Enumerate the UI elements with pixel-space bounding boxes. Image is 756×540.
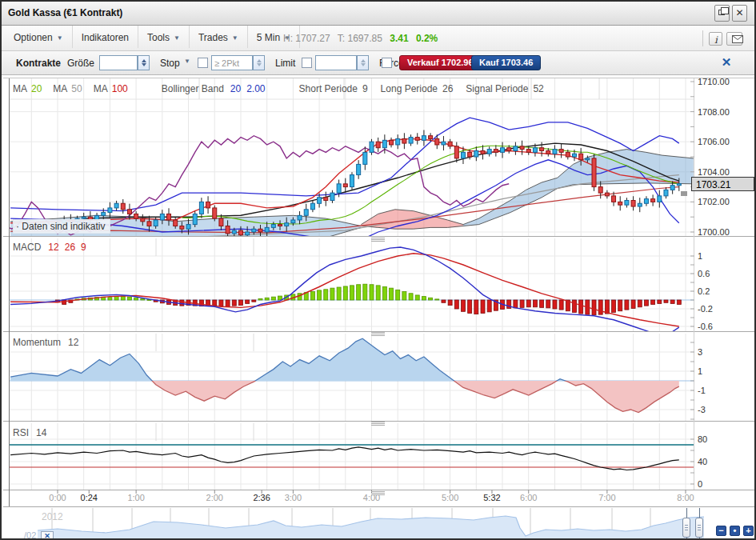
legend-item: 12 xyxy=(68,337,78,348)
svg-text:/02: /02 xyxy=(24,530,36,540)
zoom-reset-button[interactable]: • xyxy=(730,526,740,536)
chevron-down-icon: ▼ xyxy=(57,34,63,42)
mail-icon xyxy=(732,35,743,43)
close-panel-button[interactable]: ✕ xyxy=(719,55,734,70)
svg-text:29/02: 29/02 xyxy=(496,530,518,540)
navigator-close-button[interactable]: ✕ xyxy=(41,531,54,540)
stop-arrow-icon[interactable]: ▼ xyxy=(184,58,190,65)
size-label: Größe xyxy=(67,58,94,69)
zoom-out-button[interactable]: − xyxy=(716,526,726,536)
svg-text:16/02: 16/02 xyxy=(252,530,274,540)
legend-item: 52 xyxy=(533,83,543,94)
menu-item-tools[interactable]: Tools▼ xyxy=(138,26,190,48)
quote-high: H: 1707.27 xyxy=(283,33,330,44)
navigator-area xyxy=(38,516,704,540)
navigator-year-label: 2012 xyxy=(42,511,63,522)
chart-area[interactable] xyxy=(2,75,754,506)
legend-item: Long Periode xyxy=(381,83,438,94)
stop-checkbox[interactable] xyxy=(198,58,208,68)
navigator-handle-left[interactable] xyxy=(682,518,690,538)
limit-input[interactable] xyxy=(315,55,357,70)
svg-text:24/02: 24/02 xyxy=(415,530,438,540)
legend-item: Momentum xyxy=(13,337,61,348)
navigator-strip: /0207/0208/0210/0213/0215/0216/0219/0221… xyxy=(24,508,704,540)
svg-text:06/03: 06/03 xyxy=(615,530,638,540)
zoom-in-button[interactable]: + xyxy=(743,526,754,536)
legend-item: Signal Periode xyxy=(466,83,528,94)
svg-text:27/02: 27/02 xyxy=(455,530,478,540)
close-icon: ✕ xyxy=(735,7,743,18)
size-stepper[interactable] xyxy=(138,55,150,70)
momentum-legend: Momentum12 xyxy=(13,337,78,348)
svg-text:15/02: 15/02 xyxy=(212,530,234,540)
legend-item: 20 xyxy=(31,83,42,94)
legend-item: 12 xyxy=(48,242,58,253)
stop-label: Stop xyxy=(160,58,180,69)
legend-item: RSI xyxy=(13,427,29,438)
chevron-down-icon: ▼ xyxy=(232,34,238,42)
splitter-macd-momentum[interactable] xyxy=(371,332,385,336)
legend-item: Short Periode xyxy=(299,83,358,94)
legend-item: MA xyxy=(13,83,27,94)
svg-text:19/02: 19/02 xyxy=(295,530,318,540)
title-bar[interactable]: Gold Kassa (€1 Kontrakt) ✕ xyxy=(2,2,754,26)
svg-text:21/02: 21/02 xyxy=(336,530,358,540)
stop-input[interactable]: ≥ 2Pkt xyxy=(211,55,253,70)
limit-checkbox[interactable] xyxy=(302,58,312,68)
legend-item: 100 xyxy=(112,83,128,94)
menu-items: Optionen▼IndikatorenTools▼Trades▼5 Min▼ xyxy=(5,26,300,48)
info-icon: i xyxy=(714,34,718,46)
info-button[interactable]: i xyxy=(709,32,722,46)
legend-item: MA xyxy=(94,83,108,94)
trading-window: Gold Kassa (€1 Kontrakt) ✕ Optionen▼Indi… xyxy=(0,0,756,540)
legend-item: 26 xyxy=(442,83,453,94)
menu-item-trades[interactable]: Trades▼ xyxy=(190,26,248,48)
menu-item-indikatoren[interactable]: Indikatoren xyxy=(73,26,138,48)
size-input[interactable] xyxy=(99,55,138,70)
current-price-tag: 1703.21 xyxy=(691,177,754,191)
contracts-label: Kontrakte xyxy=(16,58,61,69)
legend-item: 2.00 xyxy=(246,83,265,94)
legend-item: 9 xyxy=(362,83,368,94)
rsi-legend: RSI14 xyxy=(13,427,46,438)
restore-button[interactable] xyxy=(714,5,730,22)
limit-label: Limit xyxy=(275,58,295,69)
macd-legend: MACD12269 xyxy=(13,242,86,253)
svg-text:02/03: 02/03 xyxy=(574,530,596,540)
splitter-rsi-timeaxis[interactable] xyxy=(371,491,385,495)
buy-button[interactable]: Kauf 1703.46 xyxy=(471,55,541,70)
legend-item: MA xyxy=(53,83,67,94)
legend-item: 20 xyxy=(230,83,241,94)
navigator-handle-right[interactable] xyxy=(695,518,703,538)
legend-item: 14 xyxy=(36,427,46,438)
mail-button[interactable] xyxy=(726,32,742,46)
svg-text:01/03: 01/03 xyxy=(534,530,556,540)
quote-low: T: 1697.85 xyxy=(338,33,382,44)
legend-item: 9 xyxy=(81,242,86,253)
splitter-main-macd[interactable] xyxy=(371,238,385,242)
main-chart-legend: MA20MA50MA100Bollinger Band202.00Short P… xyxy=(13,83,544,94)
indicative-data-note: · Daten sind indikativ xyxy=(13,219,110,234)
svg-text:13/02: 13/02 xyxy=(174,530,196,540)
restore-icon xyxy=(718,10,725,15)
svg-text:22/02: 22/02 xyxy=(374,530,396,540)
legend-item: Bollinger Band xyxy=(162,83,224,94)
legend-item: MACD xyxy=(13,242,41,253)
order-bar: Kontrakte Größe Stop▼ ≥ 2Pkt Limit Force… xyxy=(2,51,754,75)
legend-item: 50 xyxy=(71,83,82,94)
splitter-momentum-rsi[interactable] xyxy=(371,422,385,426)
svg-text:10/02: 10/02 xyxy=(135,530,158,540)
toolbar-separator xyxy=(702,30,703,46)
quote-change-pct: 0.2% xyxy=(416,33,438,44)
limit-stepper[interactable] xyxy=(357,55,369,70)
menu-item-optionen[interactable]: Optionen▼ xyxy=(5,26,73,48)
quote-strip: H: 1707.27 T: 1697.85 3.41 0.2% xyxy=(283,33,442,44)
close-window-button[interactable]: ✕ xyxy=(732,5,747,22)
svg-text:07/03: 07/03 xyxy=(654,530,676,540)
menu-bar: Optionen▼IndikatorenTools▼Trades▼5 Min▼ … xyxy=(2,26,754,51)
chevron-down-icon: ▼ xyxy=(174,34,180,42)
quote-change: 3.41 xyxy=(390,33,408,44)
sell-button[interactable]: Verkauf 1702.96 xyxy=(399,55,482,70)
stop-stepper[interactable] xyxy=(253,55,265,70)
window-title: Gold Kassa (€1 Kontrakt) xyxy=(8,7,122,18)
